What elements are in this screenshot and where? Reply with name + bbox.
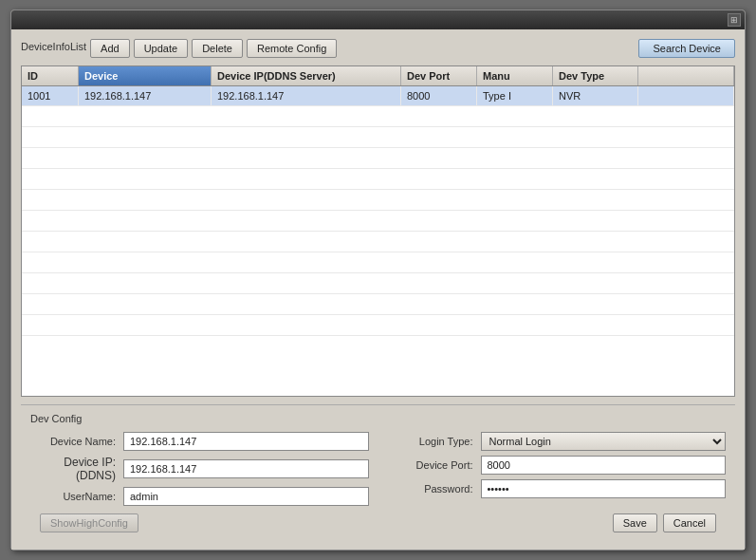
show-high-config-button[interactable]: ShowHighConfig	[40, 513, 138, 532]
table-row-empty-7	[22, 232, 734, 252]
device-port-row: Device Port:	[388, 456, 727, 475]
password-label: Password:	[388, 483, 473, 495]
toolbar-area: DeviceInfoList Add Update Delete Remote …	[21, 39, 735, 58]
col-header-dev-port: Dev Port	[401, 66, 477, 85]
table-row[interactable]: 1001 192.168.1.147 192.168.1.147 8000 Ty…	[22, 86, 734, 106]
username-input[interactable]	[123, 487, 369, 506]
section-label: DeviceInfoList	[21, 41, 86, 52]
cell-device-ip: 192.168.1.147	[212, 86, 401, 105]
table-row-empty-2	[22, 127, 734, 148]
cancel-button[interactable]: Cancel	[663, 513, 716, 532]
cell-dev-type: NVR	[553, 86, 638, 105]
title-bar: ⊞	[11, 10, 745, 29]
col-header-id: ID	[22, 66, 79, 85]
cell-extra	[638, 86, 734, 105]
col-header-extra	[638, 66, 734, 85]
col-header-device-ip: Device IP(DDNS Server)	[212, 66, 401, 85]
table-body: 1001 192.168.1.147 192.168.1.147 8000 Ty…	[22, 86, 734, 336]
cell-id: 1001	[22, 86, 79, 105]
maximize-button[interactable]: ⊞	[728, 13, 741, 27]
table-row-empty-3	[22, 148, 734, 169]
save-button[interactable]: Save	[613, 513, 657, 532]
device-table: ID Device Device IP(DDNS Server) Dev Por…	[21, 65, 735, 397]
login-type-row: Login Type: Normal Login Admin Login	[388, 432, 727, 451]
login-type-select[interactable]: Normal Login Admin Login	[481, 432, 727, 451]
col-header-manu: Manu	[477, 66, 553, 85]
device-name-label: Device Name:	[30, 436, 116, 447]
cell-dev-port: 8000	[401, 86, 477, 105]
search-device-button[interactable]: Search Device	[638, 39, 735, 58]
config-buttons: ShowHighConfig Save Cancel	[30, 513, 726, 532]
main-content: DeviceInfoList Add Update Delete Remote …	[11, 29, 745, 550]
login-type-label: Login Type:	[388, 436, 473, 447]
username-row: UserName:	[30, 487, 369, 506]
username-label: UserName:	[30, 491, 116, 502]
table-header: ID Device Device IP(DDNS Server) Dev Por…	[22, 66, 734, 86]
config-buttons-right: Save Cancel	[613, 513, 716, 532]
device-name-row: Device Name:	[30, 432, 369, 451]
col-header-device: Device	[79, 66, 212, 85]
update-button[interactable]: Update	[134, 39, 188, 58]
table-row-empty-4	[22, 169, 734, 190]
config-left-col: Device Name: Device IP: (DDNS) UserName:	[30, 432, 369, 506]
add-button[interactable]: Add	[90, 39, 130, 58]
table-row-empty-9	[22, 273, 734, 294]
device-ip-label: Device IP: (DDNS)	[30, 456, 116, 482]
delete-button[interactable]: Delete	[192, 39, 243, 58]
device-port-label: Device Port:	[388, 459, 473, 471]
table-row-empty-6	[22, 211, 734, 232]
table-row-empty-8	[22, 252, 734, 273]
table-row-empty-1	[22, 106, 734, 127]
cell-device: 192.168.1.147	[79, 86, 212, 105]
device-name-input[interactable]	[123, 432, 369, 451]
password-row: Password:	[388, 479, 727, 498]
password-input[interactable]	[481, 479, 727, 498]
device-ip-row: Device IP: (DDNS)	[30, 456, 369, 482]
table-row-empty-10	[22, 294, 734, 315]
config-right-col: Login Type: Normal Login Admin Login Dev…	[388, 432, 727, 506]
device-ip-input[interactable]	[123, 459, 369, 478]
dev-config-title: Dev Config	[30, 413, 726, 424]
remote-config-button[interactable]: Remote Config	[247, 39, 337, 58]
dev-config-section: Dev Config Device Name: Device IP: (DDNS…	[21, 404, 735, 540]
col-header-dev-type: Dev Type	[553, 66, 638, 85]
config-fields: Device Name: Device IP: (DDNS) UserName:	[30, 432, 726, 506]
cell-manu: Type I	[477, 86, 553, 105]
table-row-empty-11	[22, 315, 734, 336]
main-window: ⊞ DeviceInfoList Add Update Delete Remot…	[10, 9, 746, 551]
table-row-empty-5	[22, 190, 734, 211]
device-port-input[interactable]	[481, 456, 727, 475]
